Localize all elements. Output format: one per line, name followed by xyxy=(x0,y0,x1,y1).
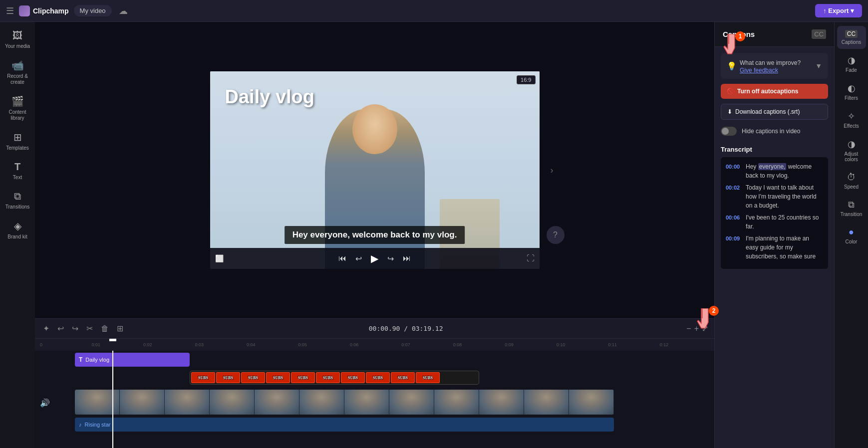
text-track-content[interactable]: T Daily vlog xyxy=(75,351,714,369)
transcript-timestamp[interactable]: 00:00 xyxy=(726,162,742,180)
zoom-in-button[interactable]: + xyxy=(694,324,699,333)
forward-button[interactable]: ↪ xyxy=(387,254,394,263)
subtitle-text: Hey everyone, welcome back to my vlog. xyxy=(285,226,465,244)
cut-tool[interactable]: ✂ xyxy=(84,322,95,335)
color-tool-label: Color xyxy=(846,239,858,244)
tool-transition[interactable]: ⧉ Transition xyxy=(837,196,866,221)
add-track-tool[interactable]: ⊞ xyxy=(115,322,125,335)
export-button[interactable]: ↑ Export ▾ xyxy=(815,4,862,17)
select-tool[interactable]: ✦ xyxy=(41,322,51,335)
subs-chip: SUBS xyxy=(216,372,240,383)
timeline-area: ✦ ↩ ↪ ✂ 🗑 ⊞ 00:00.90 / 03:19.12 − + ⤢ 0 … xyxy=(35,318,714,448)
play-button[interactable]: ▶ xyxy=(371,252,378,264)
subs-chip: SUBS xyxy=(291,372,315,383)
adjust-colors-tool-label: Adjustcolors xyxy=(845,151,859,162)
help-button[interactable]: ? xyxy=(547,226,565,244)
transcript-timestamp[interactable]: 00:06 xyxy=(726,213,742,231)
aspect-ratio-badge[interactable]: 16:9 xyxy=(517,75,535,84)
tool-adjust-colors[interactable]: ◑ Adjustcolors xyxy=(837,135,866,166)
far-right-sidebar: CC Captions ◑ Fade ◐ Filters ✧ Effects ◑… xyxy=(834,22,868,448)
feedback-link[interactable]: Give feedback xyxy=(740,67,801,74)
subs-chip: SUBS xyxy=(316,372,340,383)
sidebar-label-your-media: Your media xyxy=(5,43,30,49)
lightbulb-icon: 💡 xyxy=(727,61,737,71)
download-captions-button[interactable]: ⬇ Download captions (.srt) xyxy=(721,104,828,120)
sidebar-item-templates[interactable]: ⊞ Templates xyxy=(2,127,33,155)
panel-header: Captions CC xyxy=(715,22,834,47)
sidebar-item-your-media[interactable]: 🖼 Your media xyxy=(2,26,33,53)
chevron-down-icon[interactable]: ▼ xyxy=(815,62,822,70)
subs-chip: SUBS xyxy=(341,372,365,383)
transcript-text: Hey everyone, welcome back to my vlog. xyxy=(746,162,823,180)
video-track: 🔊 xyxy=(35,389,714,417)
panel-content: 💡 What can we improve? Give feedback ▼ 🚫… xyxy=(715,47,834,448)
expand-timeline-button[interactable]: ⤢ xyxy=(702,324,708,333)
redo-button[interactable]: ↪ xyxy=(70,322,80,335)
sidebar-item-text[interactable]: T Text xyxy=(2,157,33,185)
transcript-section: Transcript 00:00 Hey everyone, welcome b… xyxy=(721,146,828,269)
skip-back-button[interactable]: ⏮ xyxy=(338,254,346,263)
transcript-timestamp[interactable]: 00:09 xyxy=(726,234,742,261)
turn-off-autocaptions-button[interactable]: 🚫 Turn off autocaptions xyxy=(721,84,828,99)
fade-tool-icon: ◑ xyxy=(848,55,856,66)
delete-tool[interactable]: 🗑 xyxy=(99,322,111,335)
toggle-knob xyxy=(722,128,729,135)
tool-color[interactable]: ● Color xyxy=(837,223,866,248)
audio-track-item[interactable]: ♪ Rising star xyxy=(75,418,614,432)
transcript-text: I'm planning to make an easy guide for m… xyxy=(746,234,823,261)
ruler-marks: 0 0:01 0:02 0:03 0:04 0:05 0:06 0:07 0:0… xyxy=(39,342,710,347)
skip-forward-button[interactable]: ⏭ xyxy=(403,254,411,263)
cc-button[interactable]: ⬜ xyxy=(215,254,224,262)
tool-speed[interactable]: ⏱ Speed xyxy=(837,168,866,194)
transcript-box[interactable]: 00:00 Hey everyone, welcome back to my v… xyxy=(721,157,828,269)
text-track-item[interactable]: T Daily vlog xyxy=(75,353,190,367)
transcript-timestamp[interactable]: 00:02 xyxy=(726,183,742,210)
video-tab[interactable]: My video xyxy=(74,5,112,16)
tool-fade[interactable]: ◑ Fade xyxy=(837,51,866,77)
speed-tool-label: Speed xyxy=(844,184,859,190)
hide-captions-toggle[interactable] xyxy=(721,127,737,136)
preview-video[interactable]: Daily vlog Hey everyone, welcome back to… xyxy=(210,71,540,269)
ruler-mark: 0:07 xyxy=(400,342,452,347)
zoom-out-button[interactable]: − xyxy=(686,324,691,333)
video-track-content[interactable] xyxy=(75,389,714,417)
ruler-mark: 0:04 xyxy=(246,342,297,347)
text-track-type-icon: T xyxy=(79,356,82,363)
rewind-button[interactable]: ↩ xyxy=(355,254,362,263)
video-thumb xyxy=(389,390,434,415)
video-title: Daily vlog xyxy=(225,86,315,108)
undo-button[interactable]: ↩ xyxy=(55,322,66,335)
text-track: T Daily vlog xyxy=(35,351,714,369)
audio-track-content[interactable]: ♪ Rising star xyxy=(75,417,714,435)
sidebar-item-brand-kit[interactable]: ◈ Brand kit xyxy=(2,216,33,244)
sidebar-item-record-create[interactable]: 📹 Record &create xyxy=(2,55,33,89)
menu-icon[interactable]: ☰ xyxy=(6,5,14,16)
tool-effects[interactable]: ✧ Effects xyxy=(837,107,866,133)
video-track-item[interactable] xyxy=(75,390,614,415)
main-area: 🖼 Your media 📹 Record &create 🎬 Contentl… xyxy=(0,22,868,448)
sidebar-label-templates: Templates xyxy=(6,145,29,151)
person-head xyxy=(352,104,397,154)
subs-track-content[interactable]: SUBS SUBS SUBS SUBS SUBS SUBS SUBS SUBS … xyxy=(75,369,714,389)
timeline-ruler: 0 0:01 0:02 0:03 0:04 0:05 0:06 0:07 0:0… xyxy=(35,339,714,351)
tool-captions[interactable]: CC Captions xyxy=(837,26,866,49)
audio-track: ♪ Rising star xyxy=(35,417,714,435)
subs-track-item[interactable]: SUBS SUBS SUBS SUBS SUBS SUBS SUBS SUBS … xyxy=(190,371,479,385)
sidebar-label-transitions: Transitions xyxy=(5,204,30,210)
library-icon: 🎬 xyxy=(11,95,24,107)
feedback-box: 💡 What can we improve? Give feedback ▼ xyxy=(721,53,828,79)
sidebar-item-content-library[interactable]: 🎬 Contentlibrary xyxy=(2,91,33,125)
preview-nav-arrow[interactable]: › xyxy=(551,165,554,176)
video-thumb xyxy=(344,390,389,415)
sidebar-item-transitions[interactable]: ⧉ Transitions xyxy=(2,187,33,214)
captions-panel: Captions CC 💡 What can we improve? Give … xyxy=(714,22,834,448)
tool-filters[interactable]: ◐ Filters xyxy=(837,79,866,105)
transitions-icon: ⧉ xyxy=(14,191,21,202)
subs-chip: SUBS xyxy=(416,372,440,383)
subs-chip: SUBS xyxy=(366,372,390,383)
subs-chip: SUBS xyxy=(191,372,215,383)
ruler-mark: 0:01 xyxy=(90,342,142,347)
fullscreen-button[interactable]: ⛶ xyxy=(527,254,535,263)
sidebar-label-content-library: Contentlibrary xyxy=(8,109,26,121)
video-thumb xyxy=(165,390,210,415)
